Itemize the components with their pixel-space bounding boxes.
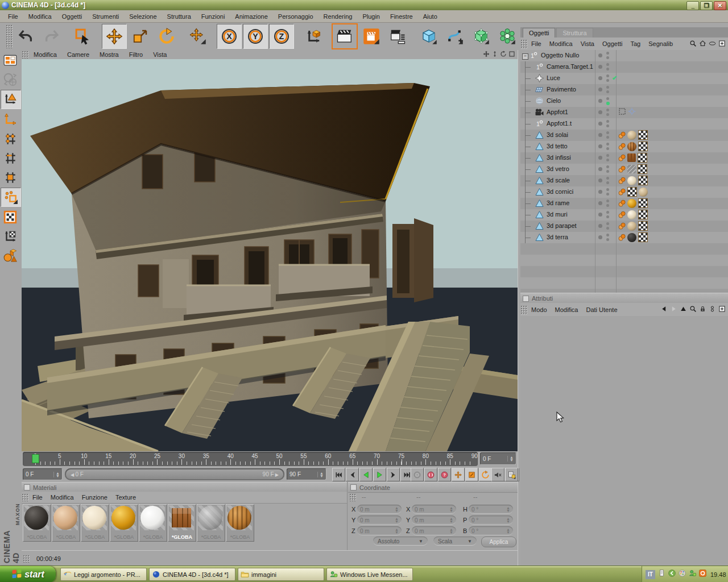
drag-handle[interactable] (520, 39, 527, 48)
phong-tag-icon[interactable] (618, 234, 626, 242)
forward-icon[interactable] (670, 305, 677, 314)
object-row-appfot1-t[interactable]: 1Appfot1.t (520, 118, 728, 130)
tray-doc-icon[interactable] (657, 569, 666, 580)
size-z-field[interactable]: 0 m▲▼ (412, 526, 456, 535)
attr-menu-modo[interactable]: Modo (527, 305, 551, 315)
viewport-menu-mostra[interactable]: Mostra (94, 51, 124, 59)
snapshot-button[interactable] (505, 468, 518, 481)
render-picture-viewer-button[interactable] (359, 24, 384, 49)
rotate-button[interactable] (154, 24, 179, 49)
record-off-button[interactable] (411, 468, 424, 481)
layer-dot[interactable] (598, 99, 602, 103)
menu-struttura[interactable]: Struttura (163, 11, 196, 22)
live-selection-button[interactable] (71, 24, 96, 49)
uvw-tag-icon[interactable] (638, 232, 648, 242)
next-key-button[interactable] (387, 468, 400, 481)
object-row-3d-tetto[interactable]: 3d tetto (520, 141, 728, 152)
visibility-editor-dot[interactable] (606, 120, 609, 123)
menu-selezione[interactable]: Selezione (125, 11, 161, 22)
mat-menu-file[interactable]: File (28, 492, 47, 502)
tab-oggetti[interactable]: Oggetti (523, 28, 555, 38)
point-mode-button[interactable] (1, 130, 20, 148)
phong-tag-icon[interactable] (618, 143, 626, 151)
history-icon[interactable] (709, 305, 716, 314)
object-row-camera-target-1[interactable]: 1Camera.Target.1 (520, 61, 728, 73)
texture-tag-icon[interactable] (627, 165, 636, 173)
drag-handle[interactable] (520, 305, 527, 314)
position-z-field[interactable]: 0 m▲▼ (357, 526, 402, 535)
texture-tag-icon[interactable] (627, 153, 636, 162)
viewport-menu-camere[interactable]: Camere (62, 51, 94, 59)
mat-menu-modifica[interactable]: Modifica (47, 492, 78, 502)
phong-tag-icon[interactable] (618, 222, 626, 230)
layer-dot[interactable] (598, 65, 602, 69)
object-row-3d-infissi[interactable]: 3d infissi (520, 152, 728, 164)
visibility-editor-dot[interactable] (606, 143, 609, 146)
uvw-tag-icon[interactable] (638, 210, 648, 219)
snap-primitives-button[interactable] (1, 247, 20, 265)
menu-oggetti[interactable]: Oggetti (57, 11, 86, 22)
play-backward-button[interactable] (359, 468, 373, 481)
play-forward-button[interactable] (373, 468, 386, 481)
minimize-button[interactable]: _ (686, 1, 699, 10)
rotate-view-icon[interactable] (500, 51, 507, 59)
visibility-editor-dot[interactable] (606, 188, 609, 191)
position-y-field[interactable]: 0 m▲▼ (357, 516, 402, 525)
range-end-field[interactable]: 90 F▲▼ (287, 468, 326, 480)
start-button[interactable]: start (0, 566, 56, 582)
object-row-luce[interactable]: Luce✔ (520, 73, 728, 84)
object-row-cielo[interactable]: Cielo (520, 95, 728, 107)
viewport-render[interactable] (22, 59, 518, 451)
taskbar-task-3[interactable]: immagini (238, 568, 324, 581)
drag-handle[interactable] (349, 493, 356, 501)
model-tool-button[interactable] (1, 90, 21, 109)
layer-dot[interactable] (598, 156, 602, 160)
texture-tag-icon[interactable] (627, 176, 636, 185)
mat-menu-funzione[interactable]: Funzione (78, 492, 111, 502)
phong-tag-icon[interactable] (618, 154, 626, 162)
enabled-check-icon[interactable]: ✔ (612, 74, 617, 82)
lock-x-button[interactable]: X (217, 24, 242, 49)
visibility-render-dot[interactable] (606, 68, 609, 70)
layer-dot[interactable] (598, 133, 602, 137)
object-row-appfot1[interactable]: Appfot1 (520, 107, 728, 118)
render-settings-button[interactable] (385, 24, 410, 49)
object-row-3d-parapet[interactable]: 3d parapet (520, 221, 728, 232)
layer-dot[interactable] (598, 213, 602, 217)
drag-handle[interactable] (6, 24, 13, 48)
visibility-render-dot[interactable] (606, 181, 609, 184)
language-indicator[interactable]: IT (646, 570, 655, 579)
material-2[interactable]: *GLOBA (52, 504, 80, 542)
uvw-tag-icon[interactable] (627, 187, 637, 197)
record-button[interactable] (424, 468, 437, 481)
object-row-3d-vetro[interactable]: 3d vetro (520, 164, 728, 175)
clock[interactable]: 19.48 (710, 571, 726, 578)
convert-editable-button[interactable] (1, 51, 20, 69)
texture-axis-mode-button[interactable] (1, 227, 20, 246)
viewport-menu-vista[interactable]: Vista (148, 51, 172, 59)
apply-button[interactable]: Applica (481, 537, 516, 547)
texture-tag-icon[interactable] (627, 199, 636, 208)
taskbar-task-1[interactable]: eLeggi argomento - PR... (60, 568, 147, 581)
frame-field[interactable]: 0 F▲▼ (480, 452, 516, 465)
uvw-tag-icon[interactable] (638, 164, 647, 174)
material-6[interactable]: *GLOBA (168, 504, 196, 542)
object-row-3d-scale[interactable]: 3d scale (520, 175, 728, 186)
panel-pin-icon[interactable] (523, 296, 529, 302)
uvw-tag-icon[interactable] (638, 130, 648, 140)
visibility-editor-dot[interactable] (606, 199, 609, 202)
om-menu-tag[interactable]: Tag (626, 39, 644, 49)
scale-button[interactable] (128, 24, 153, 49)
add-primitive-button[interactable] (416, 24, 441, 49)
om-menu-file[interactable]: File (527, 39, 545, 49)
uvw-tag-icon[interactable] (638, 142, 648, 151)
panel-pin-icon[interactable] (350, 484, 357, 490)
texture-tag-icon[interactable] (627, 222, 636, 231)
visibility-render-dot[interactable] (606, 124, 609, 127)
visibility-editor-dot[interactable] (606, 131, 609, 134)
menu-finestre[interactable]: Finestre (386, 11, 417, 22)
close-button[interactable]: ✕ (714, 1, 726, 10)
material-7[interactable]: *GLOBA (197, 504, 225, 542)
maximize-button[interactable]: ❐ (700, 1, 713, 10)
layer-dot[interactable] (598, 88, 602, 92)
